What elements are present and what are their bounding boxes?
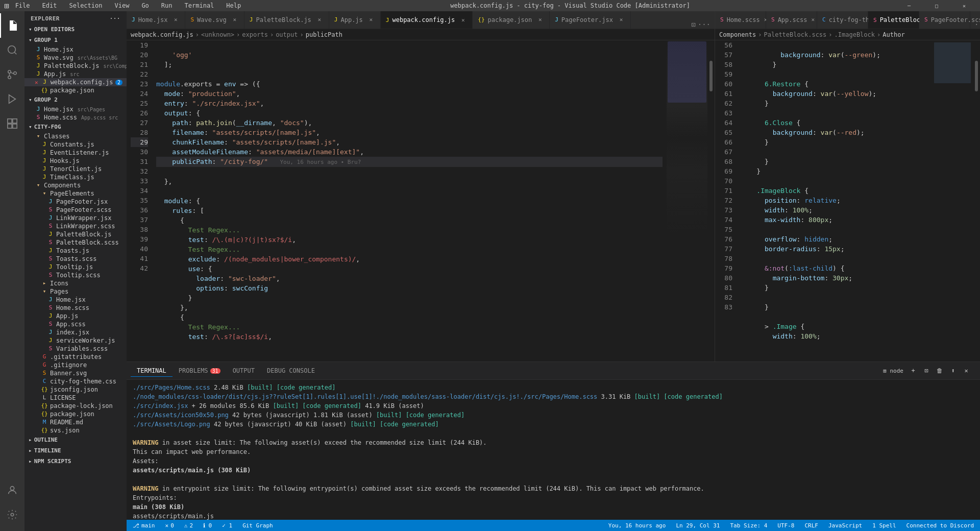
- list-item[interactable]: S Banner.svg: [24, 369, 127, 377]
- code-text[interactable]: 'ogg' ]; module.exports = env => ({ mode…: [152, 40, 667, 361]
- list-item[interactable]: G .gitignore: [24, 361, 127, 369]
- blame-status[interactable]: You, 16 hours ago: [606, 522, 668, 529]
- menu-edit[interactable]: Edit: [40, 1, 59, 10]
- list-item[interactable]: C city-fog-theme.css: [24, 377, 127, 385]
- list-item[interactable]: J Tooltip.js: [24, 263, 127, 271]
- explorer-activity-icon[interactable]: [0, 13, 24, 38]
- right-code-text[interactable]: background: var(--green); } 6.Restore { …: [737, 40, 932, 361]
- list-item[interactable]: J serviceWorker.js: [24, 336, 127, 345]
- settings-activity-icon[interactable]: [0, 502, 24, 527]
- left-editor-scrollbar[interactable]: [707, 40, 715, 361]
- list-item[interactable]: J TenorClient.js: [24, 165, 127, 173]
- extensions-activity-icon[interactable]: [0, 111, 24, 136]
- list-item[interactable]: ▾ Pages: [24, 287, 127, 296]
- minimize-button[interactable]: ─: [897, 0, 921, 11]
- list-item[interactable]: L LICENSE: [24, 394, 127, 402]
- tab-app-scss[interactable]: S App.scss ✕: [766, 11, 817, 29]
- list-item[interactable]: S Home.scss: [24, 304, 127, 312]
- tab-close-pagefooter[interactable]: ✕: [617, 16, 625, 24]
- sidebar-menu-icon[interactable]: ···: [110, 15, 120, 22]
- spell-check-status[interactable]: 1 Spell: [870, 522, 898, 529]
- tab-wave-svg[interactable]: S Wave.svg ✕: [185, 11, 244, 29]
- list-item[interactable]: S Tooltip.scss: [24, 271, 127, 279]
- tab-close-home-jsx[interactable]: ✕: [172, 16, 180, 24]
- tab-pagefooter-scss[interactable]: S PageFooter.scss ✕: [919, 11, 970, 29]
- error-status[interactable]: ✕ 0: [163, 522, 176, 529]
- terminal-split-button[interactable]: ⊡: [921, 365, 932, 376]
- open-editors-group[interactable]: ▾ OPEN EDITORS: [24, 24, 127, 35]
- list-item[interactable]: G .gitattributes: [24, 353, 127, 361]
- cursor-position-status[interactable]: Ln 29, Col 31: [674, 522, 722, 529]
- tab-home-jsx[interactable]: J Home.jsx ✕: [127, 11, 185, 29]
- terminal-tab[interactable]: TERMINAL: [131, 365, 173, 377]
- list-item[interactable]: {} jsconfig.json: [24, 385, 127, 394]
- list-item[interactable]: J EventListener.js: [24, 149, 127, 157]
- list-item[interactable]: ▾ Classes: [24, 132, 127, 140]
- list-item[interactable]: S LinkWrapper.scss: [24, 222, 127, 230]
- list-item[interactable]: J Home.jsx: [24, 45, 127, 54]
- tab-size-status[interactable]: Tab Size: 4: [728, 522, 769, 529]
- list-item[interactable]: J Hooks.js: [24, 157, 127, 165]
- menu-view[interactable]: View: [112, 1, 131, 10]
- debug-console-tab[interactable]: DEBUG CONSOLE: [261, 365, 321, 377]
- menu-go[interactable]: Go: [139, 1, 151, 10]
- list-item[interactable]: J PaletteBlock.js src\Components\P...: [24, 62, 127, 70]
- list-item[interactable]: ▾ Components: [24, 181, 127, 189]
- breadcrumb-exports[interactable]: exports: [242, 31, 268, 38]
- tab-package-json[interactable]: {} package.json ✕: [473, 11, 550, 29]
- tab-close-package-json[interactable]: ✕: [536, 16, 544, 24]
- tab-close-paletteblock[interactable]: ✕: [315, 16, 324, 24]
- terminal-maximize-button[interactable]: ⬆: [947, 365, 959, 376]
- list-item[interactable]: {} package.json: [24, 86, 127, 94]
- terminal-add-button[interactable]: +: [908, 365, 919, 376]
- search-activity-icon[interactable]: [0, 38, 24, 62]
- encoding-status[interactable]: UTF-8: [775, 522, 796, 529]
- list-item[interactable]: S PaletteBlock.scss: [24, 238, 127, 247]
- output-tab[interactable]: OUTPUT: [227, 365, 261, 377]
- maximize-button[interactable]: □: [925, 0, 948, 11]
- debug-activity-icon[interactable]: [0, 87, 24, 111]
- tab-home-scss[interactable]: S Home.scss ✕: [715, 11, 766, 29]
- list-item[interactable]: J PageFooter.jsx: [24, 198, 127, 206]
- menu-run[interactable]: Run: [159, 1, 175, 10]
- menu-selection[interactable]: Selection: [67, 1, 104, 10]
- list-item[interactable]: J App.js: [24, 312, 127, 320]
- close-button[interactable]: ✕: [952, 0, 976, 11]
- tab-webpack-config[interactable]: J webpack.config.js ✕: [381, 11, 473, 29]
- list-item[interactable]: {} svs.json: [24, 426, 127, 435]
- list-item[interactable]: J Home.jsx: [24, 296, 127, 304]
- list-item[interactable]: ▾ PageElements: [24, 189, 127, 198]
- discord-status[interactable]: Connected to Discord: [904, 522, 976, 529]
- list-item[interactable]: S Toasts.scss: [24, 255, 127, 263]
- split-editor-button[interactable]: ⊡: [691, 20, 695, 29]
- npm-scripts-section[interactable]: ▸ NPM SCRIPTS: [24, 456, 127, 467]
- group1-title[interactable]: ▾ GROUP 1: [24, 35, 127, 45]
- tab-paletteblock-scss[interactable]: S PaletteBlock.scss ✕: [868, 11, 919, 29]
- terminal-trash-button[interactable]: 🗑: [934, 365, 945, 376]
- more-actions-button[interactable]: ···: [698, 20, 710, 29]
- source-control-activity-icon[interactable]: [0, 62, 24, 87]
- language-status[interactable]: JavaScript: [826, 522, 864, 529]
- city-fog-project-title[interactable]: ▾ CITY-FOG: [24, 122, 127, 132]
- git-branch-status[interactable]: ⎇ main: [131, 522, 157, 529]
- list-item[interactable]: J Constants.js: [24, 140, 127, 149]
- list-item[interactable]: S App.scss: [24, 320, 127, 328]
- list-item[interactable]: M README.md: [24, 418, 127, 426]
- timeline-section[interactable]: ▸ TIMELINE: [24, 445, 127, 456]
- list-item[interactable]: J Toasts.js: [24, 247, 127, 255]
- list-item[interactable]: {} package-lock.json: [24, 402, 127, 410]
- list-item[interactable]: {} package.json: [24, 410, 127, 418]
- list-item[interactable]: S Variables.scss: [24, 345, 127, 353]
- outline-section[interactable]: ▸ OUTLINE: [24, 435, 127, 445]
- list-item[interactable]: S PageFooter.scss: [24, 206, 127, 214]
- tab-close-app-js[interactable]: ✕: [367, 16, 375, 24]
- tab-app-js[interactable]: J App.js ✕: [329, 11, 381, 29]
- breadcrumb-publicpath[interactable]: publicPath: [306, 31, 342, 38]
- breadcrumb-unknown[interactable]: <unknown>: [201, 31, 234, 38]
- list-item[interactable]: J LinkWrapper.jsx: [24, 214, 127, 222]
- list-item[interactable]: J PaletteBlock.js: [24, 230, 127, 238]
- terminal-close-button[interactable]: ✕: [961, 365, 972, 376]
- list-item[interactable]: J Home.jsx src\Pages: [24, 105, 127, 113]
- warning-status[interactable]: ⚠ 2: [182, 522, 195, 529]
- menu-help[interactable]: Help: [224, 1, 243, 10]
